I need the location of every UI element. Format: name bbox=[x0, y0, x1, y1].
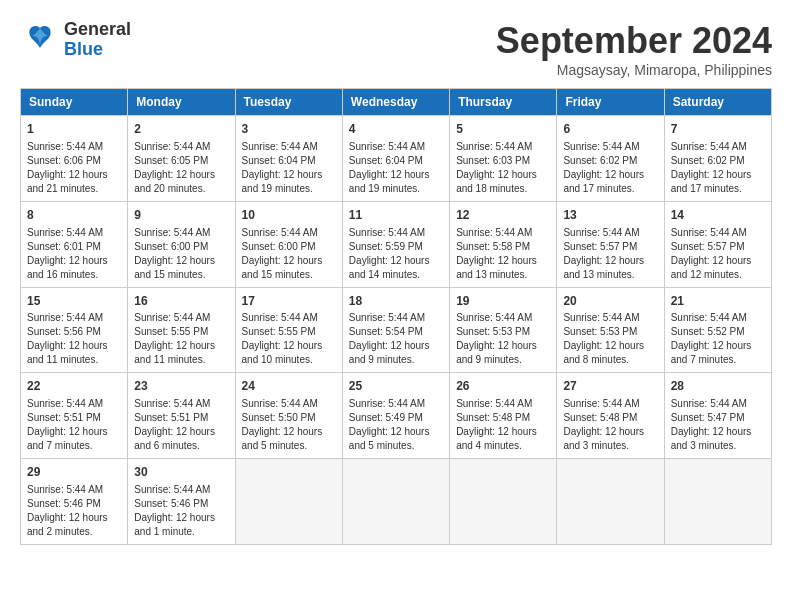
logo: General Blue bbox=[20, 20, 131, 60]
calendar-day-cell: 23Sunrise: 5:44 AM Sunset: 5:51 PM Dayli… bbox=[128, 373, 235, 459]
day-number: 12 bbox=[456, 207, 550, 224]
day-info: Sunrise: 5:44 AM Sunset: 6:06 PM Dayligh… bbox=[27, 140, 121, 196]
calendar-week-row: 1Sunrise: 5:44 AM Sunset: 6:06 PM Daylig… bbox=[21, 116, 772, 202]
day-info: Sunrise: 5:44 AM Sunset: 5:46 PM Dayligh… bbox=[134, 483, 228, 539]
day-info: Sunrise: 5:44 AM Sunset: 6:01 PM Dayligh… bbox=[27, 226, 121, 282]
day-number: 16 bbox=[134, 293, 228, 310]
day-number: 13 bbox=[563, 207, 657, 224]
day-info: Sunrise: 5:44 AM Sunset: 6:02 PM Dayligh… bbox=[671, 140, 765, 196]
day-info: Sunrise: 5:44 AM Sunset: 5:51 PM Dayligh… bbox=[27, 397, 121, 453]
day-info: Sunrise: 5:44 AM Sunset: 6:05 PM Dayligh… bbox=[134, 140, 228, 196]
calendar-day-cell: 22Sunrise: 5:44 AM Sunset: 5:51 PM Dayli… bbox=[21, 373, 128, 459]
day-info: Sunrise: 5:44 AM Sunset: 5:52 PM Dayligh… bbox=[671, 311, 765, 367]
calendar-day-cell bbox=[342, 459, 449, 545]
calendar-day-cell: 29Sunrise: 5:44 AM Sunset: 5:46 PM Dayli… bbox=[21, 459, 128, 545]
calendar-day-cell: 9Sunrise: 5:44 AM Sunset: 6:00 PM Daylig… bbox=[128, 201, 235, 287]
column-header-tuesday: Tuesday bbox=[235, 89, 342, 116]
day-number: 4 bbox=[349, 121, 443, 138]
calendar-day-cell: 16Sunrise: 5:44 AM Sunset: 5:55 PM Dayli… bbox=[128, 287, 235, 373]
calendar-week-row: 29Sunrise: 5:44 AM Sunset: 5:46 PM Dayli… bbox=[21, 459, 772, 545]
calendar-day-cell: 10Sunrise: 5:44 AM Sunset: 6:00 PM Dayli… bbox=[235, 201, 342, 287]
day-info: Sunrise: 5:44 AM Sunset: 5:57 PM Dayligh… bbox=[671, 226, 765, 282]
day-info: Sunrise: 5:44 AM Sunset: 5:53 PM Dayligh… bbox=[563, 311, 657, 367]
column-header-wednesday: Wednesday bbox=[342, 89, 449, 116]
day-info: Sunrise: 5:44 AM Sunset: 6:04 PM Dayligh… bbox=[242, 140, 336, 196]
calendar-day-cell: 27Sunrise: 5:44 AM Sunset: 5:48 PM Dayli… bbox=[557, 373, 664, 459]
logo-blue: Blue bbox=[64, 40, 131, 60]
day-number: 3 bbox=[242, 121, 336, 138]
day-number: 7 bbox=[671, 121, 765, 138]
day-info: Sunrise: 5:44 AM Sunset: 6:00 PM Dayligh… bbox=[242, 226, 336, 282]
day-info: Sunrise: 5:44 AM Sunset: 5:59 PM Dayligh… bbox=[349, 226, 443, 282]
calendar-day-cell: 26Sunrise: 5:44 AM Sunset: 5:48 PM Dayli… bbox=[450, 373, 557, 459]
day-info: Sunrise: 5:44 AM Sunset: 5:48 PM Dayligh… bbox=[563, 397, 657, 453]
day-info: Sunrise: 5:44 AM Sunset: 5:46 PM Dayligh… bbox=[27, 483, 121, 539]
calendar-day-cell: 1Sunrise: 5:44 AM Sunset: 6:06 PM Daylig… bbox=[21, 116, 128, 202]
day-number: 29 bbox=[27, 464, 121, 481]
day-number: 2 bbox=[134, 121, 228, 138]
day-number: 27 bbox=[563, 378, 657, 395]
day-info: Sunrise: 5:44 AM Sunset: 6:04 PM Dayligh… bbox=[349, 140, 443, 196]
calendar-day-cell: 8Sunrise: 5:44 AM Sunset: 6:01 PM Daylig… bbox=[21, 201, 128, 287]
column-header-monday: Monday bbox=[128, 89, 235, 116]
day-info: Sunrise: 5:44 AM Sunset: 5:51 PM Dayligh… bbox=[134, 397, 228, 453]
calendar-week-row: 22Sunrise: 5:44 AM Sunset: 5:51 PM Dayli… bbox=[21, 373, 772, 459]
calendar-day-cell: 17Sunrise: 5:44 AM Sunset: 5:55 PM Dayli… bbox=[235, 287, 342, 373]
calendar-day-cell: 11Sunrise: 5:44 AM Sunset: 5:59 PM Dayli… bbox=[342, 201, 449, 287]
calendar-day-cell: 12Sunrise: 5:44 AM Sunset: 5:58 PM Dayli… bbox=[450, 201, 557, 287]
calendar-day-cell: 3Sunrise: 5:44 AM Sunset: 6:04 PM Daylig… bbox=[235, 116, 342, 202]
calendar-day-cell: 24Sunrise: 5:44 AM Sunset: 5:50 PM Dayli… bbox=[235, 373, 342, 459]
day-info: Sunrise: 5:44 AM Sunset: 5:53 PM Dayligh… bbox=[456, 311, 550, 367]
calendar-day-cell bbox=[664, 459, 771, 545]
day-info: Sunrise: 5:44 AM Sunset: 5:57 PM Dayligh… bbox=[563, 226, 657, 282]
day-info: Sunrise: 5:44 AM Sunset: 6:03 PM Dayligh… bbox=[456, 140, 550, 196]
day-info: Sunrise: 5:44 AM Sunset: 5:47 PM Dayligh… bbox=[671, 397, 765, 453]
day-info: Sunrise: 5:44 AM Sunset: 5:55 PM Dayligh… bbox=[242, 311, 336, 367]
day-number: 25 bbox=[349, 378, 443, 395]
calendar-day-cell: 2Sunrise: 5:44 AM Sunset: 6:05 PM Daylig… bbox=[128, 116, 235, 202]
calendar-day-cell: 13Sunrise: 5:44 AM Sunset: 5:57 PM Dayli… bbox=[557, 201, 664, 287]
title-section: September 2024 Magsaysay, Mimaropa, Phil… bbox=[496, 20, 772, 78]
calendar-day-cell bbox=[450, 459, 557, 545]
calendar-day-cell: 21Sunrise: 5:44 AM Sunset: 5:52 PM Dayli… bbox=[664, 287, 771, 373]
day-number: 19 bbox=[456, 293, 550, 310]
calendar-week-row: 15Sunrise: 5:44 AM Sunset: 5:56 PM Dayli… bbox=[21, 287, 772, 373]
column-header-saturday: Saturday bbox=[664, 89, 771, 116]
calendar-day-cell: 19Sunrise: 5:44 AM Sunset: 5:53 PM Dayli… bbox=[450, 287, 557, 373]
logo-text: General Blue bbox=[64, 20, 131, 60]
day-info: Sunrise: 5:44 AM Sunset: 5:50 PM Dayligh… bbox=[242, 397, 336, 453]
day-number: 24 bbox=[242, 378, 336, 395]
day-number: 6 bbox=[563, 121, 657, 138]
day-number: 5 bbox=[456, 121, 550, 138]
calendar-header-row: SundayMondayTuesdayWednesdayThursdayFrid… bbox=[21, 89, 772, 116]
logo-icon bbox=[20, 20, 60, 60]
day-number: 23 bbox=[134, 378, 228, 395]
day-info: Sunrise: 5:44 AM Sunset: 5:58 PM Dayligh… bbox=[456, 226, 550, 282]
day-number: 28 bbox=[671, 378, 765, 395]
day-number: 22 bbox=[27, 378, 121, 395]
day-info: Sunrise: 5:44 AM Sunset: 5:55 PM Dayligh… bbox=[134, 311, 228, 367]
day-info: Sunrise: 5:44 AM Sunset: 5:48 PM Dayligh… bbox=[456, 397, 550, 453]
column-header-friday: Friday bbox=[557, 89, 664, 116]
calendar-day-cell: 7Sunrise: 5:44 AM Sunset: 6:02 PM Daylig… bbox=[664, 116, 771, 202]
day-number: 8 bbox=[27, 207, 121, 224]
day-info: Sunrise: 5:44 AM Sunset: 5:54 PM Dayligh… bbox=[349, 311, 443, 367]
calendar-day-cell: 28Sunrise: 5:44 AM Sunset: 5:47 PM Dayli… bbox=[664, 373, 771, 459]
month-title: September 2024 bbox=[496, 20, 772, 62]
day-number: 17 bbox=[242, 293, 336, 310]
calendar-table: SundayMondayTuesdayWednesdayThursdayFrid… bbox=[20, 88, 772, 545]
day-number: 21 bbox=[671, 293, 765, 310]
day-number: 15 bbox=[27, 293, 121, 310]
day-number: 30 bbox=[134, 464, 228, 481]
calendar-day-cell: 20Sunrise: 5:44 AM Sunset: 5:53 PM Dayli… bbox=[557, 287, 664, 373]
calendar-day-cell bbox=[557, 459, 664, 545]
day-number: 9 bbox=[134, 207, 228, 224]
calendar-day-cell: 25Sunrise: 5:44 AM Sunset: 5:49 PM Dayli… bbox=[342, 373, 449, 459]
logo-general: General bbox=[64, 20, 131, 40]
day-info: Sunrise: 5:44 AM Sunset: 5:56 PM Dayligh… bbox=[27, 311, 121, 367]
calendar-day-cell: 15Sunrise: 5:44 AM Sunset: 5:56 PM Dayli… bbox=[21, 287, 128, 373]
day-number: 18 bbox=[349, 293, 443, 310]
column-header-sunday: Sunday bbox=[21, 89, 128, 116]
day-number: 11 bbox=[349, 207, 443, 224]
calendar-week-row: 8Sunrise: 5:44 AM Sunset: 6:01 PM Daylig… bbox=[21, 201, 772, 287]
